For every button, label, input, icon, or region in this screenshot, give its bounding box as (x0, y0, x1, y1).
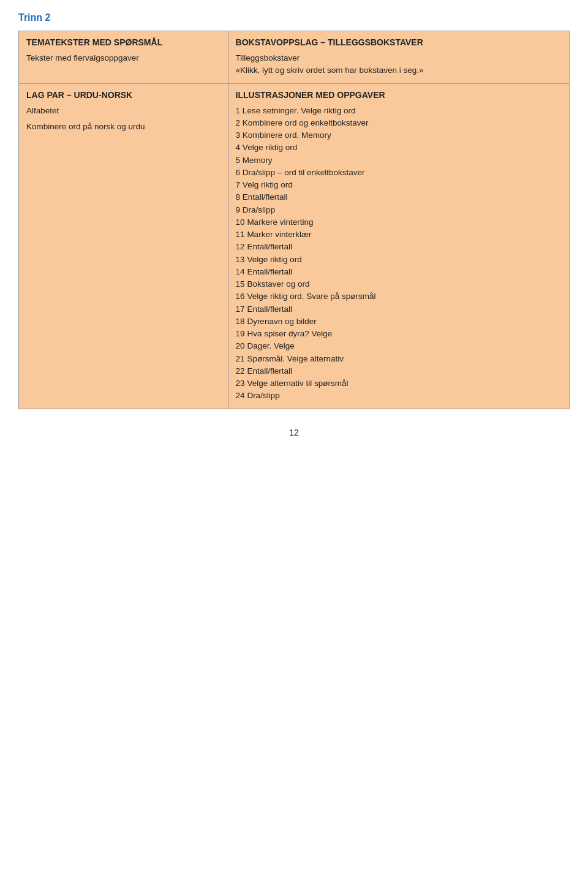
page-title: Trinn 2 (18, 12, 570, 23)
list-item: 2 Kombinere ord og enkeltbokstaver (236, 117, 562, 129)
top-left-cell: TEMATEKSTER MED SPØRSMÅL Tekster med fle… (19, 31, 228, 84)
bottom-left-header: LAG PAR – URDU-NORSK (26, 90, 221, 100)
list-item: 16 Velge riktig ord. Svare på spørsmål (236, 290, 562, 303)
list-item: 20 Dager. Velge (236, 340, 562, 352)
list-item: 24 Dra/slipp (236, 390, 562, 402)
list-item: 23 Velge alternativ til spørsmål (236, 377, 562, 390)
list-item: 9 Dra/slipp (236, 204, 562, 216)
top-right-cell: BOKSTAVOPPSLAG – TILLEGGSBOKSTAVER Tille… (228, 31, 569, 84)
top-left-header: TEMATEKSTER MED SPØRSMÅL (26, 37, 221, 47)
bottom-left-item1: Alfabetet (26, 105, 221, 117)
list-item: 15 Bokstaver og ord (236, 278, 562, 290)
bottom-right-cell: ILLUSTRASJONER MED OPPGAVER 1 Lese setni… (228, 83, 569, 409)
top-left-subtext: Tekster med flervalgsoppgaver (26, 52, 221, 64)
list-item: 17 Entall/flertall (236, 303, 562, 316)
page-number: 12 (18, 428, 570, 437)
top-right-line1: Tilleggsbokstaver (236, 52, 562, 64)
list-item: 7 Velg riktig ord (236, 179, 562, 191)
items-list: 2 Kombinere ord og enkeltbokstaver3 Komb… (236, 117, 562, 403)
list-item: 8 Entall/flertall (236, 191, 562, 203)
list-item: 19 Hva spiser dyra? Velge (236, 328, 562, 340)
list-item: 5 Memory (236, 154, 562, 167)
list-item: 11 Marker vinterklær (236, 229, 562, 241)
bottom-right-header: ILLUSTRASJONER MED OPPGAVER (236, 90, 562, 100)
main-table: TEMATEKSTER MED SPØRSMÅL Tekster med fle… (18, 31, 570, 409)
list-item: 6 Dra/slipp – ord til enkeltbokstaver (236, 167, 562, 179)
list-item: 21 Spørsmål. Velge alternativ (236, 353, 562, 365)
top-right-line2: «Klikk, lytt og skriv ordet som har boks… (236, 64, 562, 77)
list-item: 14 Entall/flertall (236, 266, 562, 278)
list-item: 4 Velge riktig ord (236, 142, 562, 154)
list-item: 18 Dyrenavn og bilder (236, 316, 562, 328)
bottom-left-item2: Kombinere ord på norsk og urdu (26, 121, 221, 133)
list-item: 3 Kombinere ord. Memory (236, 129, 562, 142)
list-item: 10 Markere vinterting (236, 216, 562, 229)
top-right-header: BOKSTAVOPPSLAG – TILLEGGSBOKSTAVER (236, 37, 562, 47)
list-item: 22 Entall/flertall (236, 365, 562, 377)
bottom-right-intro: 1 Lese setninger. Velge riktig ord (236, 105, 562, 117)
list-item: 13 Velge riktig ord (236, 254, 562, 266)
list-item: 12 Entall/flertall (236, 241, 562, 253)
bottom-left-cell: LAG PAR – URDU-NORSK Alfabetet Kombinere… (19, 83, 228, 409)
